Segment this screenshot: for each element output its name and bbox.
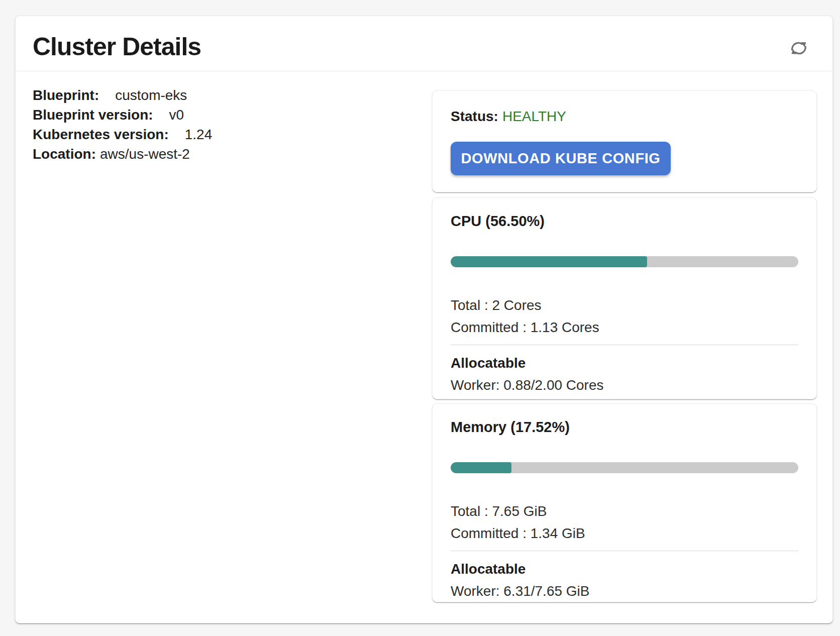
cpu-total: Total : 2 Cores xyxy=(451,294,798,316)
cpu-committed: Committed : 1.13 Cores xyxy=(451,316,798,339)
blueprint-version-value: v0 xyxy=(169,107,184,123)
cluster-details-panel: Cluster Details Blueprint:custom-eks Blu… xyxy=(15,16,833,623)
memory-progress-bar xyxy=(451,462,798,473)
memory-allocatable-block: Allocatable Worker: 6.31/7.65 GiB xyxy=(451,558,798,602)
cpu-title: CPU (56.50%) xyxy=(451,212,798,230)
cluster-meta-list: Blueprint:custom-eks Blueprint version:v… xyxy=(33,85,212,164)
cpu-allocatable-block: Allocatable Worker: 0.88/2.00 Cores xyxy=(451,352,798,396)
refresh-button[interactable] xyxy=(787,37,810,60)
blueprint-label: Blueprint: xyxy=(33,87,99,103)
kubernetes-version-value: 1.24 xyxy=(185,127,213,142)
status-label: Status: xyxy=(451,109,498,124)
status-line: Status:HEALTHY xyxy=(451,108,798,125)
location-label: Location: xyxy=(33,146,96,162)
panel-header: Cluster Details xyxy=(16,16,832,71)
memory-progress-fill xyxy=(451,462,511,473)
cpu-divider xyxy=(451,345,798,345)
page-title: Cluster Details xyxy=(33,34,201,59)
refresh-sync-icon xyxy=(787,38,810,60)
detail-row-blueprint-version: Blueprint version:v0 xyxy=(33,105,212,125)
blueprint-value: custom-eks xyxy=(115,87,187,103)
status-card: Status:HEALTHY DOWNLOAD KUBE CONFIG xyxy=(432,90,817,192)
download-kube-config-button[interactable]: DOWNLOAD KUBE CONFIG xyxy=(451,142,671,175)
cpu-allocatable-label: Allocatable xyxy=(451,352,798,374)
location-value: aws/us-west-2 xyxy=(100,146,190,162)
blueprint-version-label: Blueprint version: xyxy=(33,107,153,123)
detail-row-blueprint: Blueprint:custom-eks xyxy=(33,85,212,105)
cpu-progress-bar xyxy=(451,256,798,267)
memory-usage-card: Memory (17.52%) Total : 7.65 GiB Committ… xyxy=(432,403,817,602)
memory-divider xyxy=(451,551,798,551)
cpu-stats: Total : 2 Cores Committed : 1.13 Cores xyxy=(451,294,798,339)
panel-content: Blueprint:custom-eks Blueprint version:v… xyxy=(16,71,832,622)
status-badge: HEALTHY xyxy=(502,109,566,124)
memory-title: Memory (17.52%) xyxy=(451,418,798,436)
cpu-usage-card: CPU (56.50%) Total : 2 Cores Committed :… xyxy=(432,197,817,399)
memory-total: Total : 7.65 GiB xyxy=(451,500,798,522)
cpu-progress-fill xyxy=(451,256,647,267)
detail-row-kubernetes-version: Kubernetes version:1.24 xyxy=(33,125,212,144)
memory-committed: Committed : 1.34 GiB xyxy=(451,522,798,545)
cluster-health-column: Status:HEALTHY DOWNLOAD KUBE CONFIG CPU … xyxy=(432,90,817,602)
cpu-worker-allocatable: Worker: 0.88/2.00 Cores xyxy=(451,374,798,396)
kubernetes-version-label: Kubernetes version: xyxy=(33,127,169,142)
memory-allocatable-label: Allocatable xyxy=(451,558,798,580)
detail-row-location: Location:aws/us-west-2 xyxy=(33,144,212,164)
memory-worker-allocatable: Worker: 6.31/7.65 GiB xyxy=(451,580,798,602)
memory-stats: Total : 7.65 GiB Committed : 1.34 GiB xyxy=(451,500,798,545)
